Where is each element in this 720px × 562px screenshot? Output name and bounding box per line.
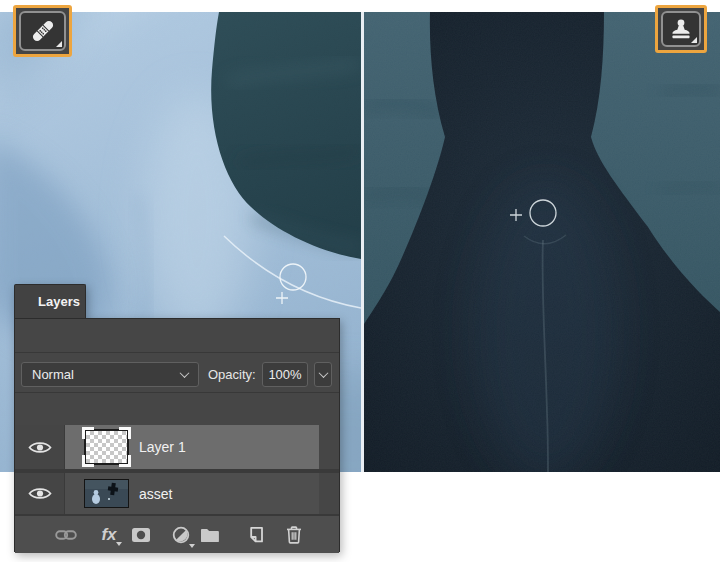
delete-layer-button[interactable] xyxy=(281,522,307,548)
wetsuit-photo xyxy=(364,12,720,472)
opacity-dropdown-button[interactable] xyxy=(314,362,332,387)
visibility-toggle[interactable] xyxy=(15,473,65,514)
opacity-value-text: 100% xyxy=(268,367,301,382)
caret-down-icon xyxy=(189,544,195,548)
blend-mode-value: Normal xyxy=(32,367,74,382)
opacity-value-field[interactable]: 100% xyxy=(262,362,308,387)
spot-healing-brush-tool-button[interactable] xyxy=(13,5,72,57)
new-layer-button[interactable] xyxy=(241,522,267,548)
panel-divider xyxy=(15,352,339,353)
layer-thumbnail-transparent[interactable] xyxy=(84,429,129,465)
spot-healing-brush-icon xyxy=(28,16,58,46)
layers-tab-label: Layers xyxy=(38,294,80,309)
panel-divider xyxy=(15,392,339,393)
layer-mask-icon xyxy=(129,523,153,547)
layers-panel-tab[interactable]: Layers xyxy=(14,284,86,318)
layers-panel: Layers Normal Opacity: 100% xyxy=(14,284,340,552)
layer-styles-button[interactable]: fx xyxy=(96,522,122,548)
blend-mode-select[interactable]: Normal xyxy=(21,362,199,387)
layer-styles-fx-icon: fx xyxy=(101,525,116,545)
layer-row-layer1[interactable]: Layer 1 xyxy=(15,425,339,469)
layers-panel-body: Normal Opacity: 100% xyxy=(14,318,340,552)
layer-list: Layer 1 xyxy=(15,425,339,514)
screenshot-stage: Layers Normal Opacity: 100% xyxy=(0,0,720,562)
layer-row-asset[interactable]: asset xyxy=(15,473,339,514)
clone-stamp-tool-button[interactable] xyxy=(655,5,707,53)
new-layer-icon xyxy=(242,523,266,547)
tool-flyout-triangle xyxy=(56,41,62,47)
adjustment-layer-button[interactable] xyxy=(168,522,194,548)
eye-icon xyxy=(28,486,52,501)
selection-bracket xyxy=(82,455,94,467)
visibility-toggle[interactable] xyxy=(15,425,65,469)
chevron-down-icon xyxy=(180,368,190,378)
eye-icon xyxy=(28,440,52,455)
asset-thumbnail-art xyxy=(85,480,128,507)
selection-bracket xyxy=(82,427,94,439)
link-layers-icon xyxy=(54,523,78,547)
canvas-right-image xyxy=(364,12,720,472)
opacity-label: Opacity: xyxy=(208,362,256,387)
selection-bracket xyxy=(119,455,131,467)
layer-name: asset xyxy=(139,486,172,502)
chevron-down-icon xyxy=(318,368,328,378)
layer-name: Layer 1 xyxy=(139,439,186,455)
new-group-folder-icon xyxy=(198,523,222,547)
trash-icon xyxy=(282,523,306,547)
caret-down-icon xyxy=(116,542,122,546)
layer-thumbnail-photo[interactable] xyxy=(84,479,129,508)
tool-flyout-triangle xyxy=(691,37,697,43)
link-layers-button[interactable] xyxy=(53,522,79,548)
selection-bracket xyxy=(119,427,131,439)
layer-mask-button[interactable] xyxy=(128,522,154,548)
layers-panel-footer: fx xyxy=(15,514,339,553)
new-group-button[interactable] xyxy=(197,522,223,548)
